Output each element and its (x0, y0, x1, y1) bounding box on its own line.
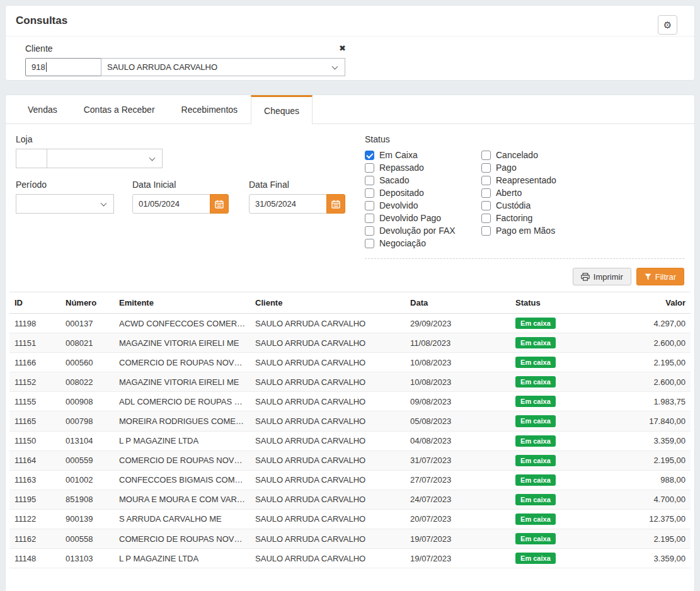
status-badge: Em caixa (515, 494, 556, 505)
table-body: 11198 000137 ACWD CONFECCOES COMER… SAUL… (9, 314, 691, 568)
loja-code-input[interactable] (16, 149, 47, 168)
status-checkbox-label: Em Caixa (379, 150, 418, 160)
data-final-input[interactable]: 31/05/2024 (249, 194, 327, 214)
cell-cliente: SAULO ARRUDA CARVALHO (250, 392, 405, 411)
cell-id: 11166 (9, 353, 60, 372)
column-header-data: Data (405, 292, 510, 314)
filters-left: Loja Período (16, 134, 346, 259)
checkbox-icon[interactable] (481, 176, 491, 185)
checkbox-icon[interactable] (481, 226, 491, 236)
loja-select[interactable] (47, 149, 163, 168)
client-clear-button[interactable]: ✖ (339, 43, 346, 53)
periodo-select[interactable] (16, 194, 114, 214)
table-row[interactable]: 11148 013103 L P MAGAZINE LTDA SAULO ARR… (9, 549, 691, 568)
checkbox-icon[interactable] (365, 239, 374, 248)
table-row[interactable]: 11164 000559 COMERCIO DE ROUPAS NOV… SAU… (9, 450, 691, 470)
checkbox-icon[interactable] (365, 151, 374, 160)
cell-emitente: MAGAZINE VITORIA EIRELI ME (114, 333, 250, 353)
chevron-down-icon (332, 63, 338, 69)
cheques-panel: Loja Período (6, 124, 694, 591)
status-checkbox-item[interactable]: Cancelado (481, 149, 598, 161)
cell-data: 27/07/2023 (405, 470, 510, 490)
status-checkbox-item[interactable]: Em Caixa (365, 149, 481, 161)
status-checkbox-item[interactable]: Devolvido Pago (365, 212, 481, 224)
cell-valor: 2.195,00 (605, 353, 691, 372)
cell-emitente: COMERCIO DE ROUPAS NOV… (114, 353, 250, 372)
checkbox-icon[interactable] (365, 163, 374, 173)
status-badge: Em caixa (515, 318, 556, 329)
print-button[interactable]: Imprimir (573, 268, 631, 285)
table-row[interactable]: 11151 008021 MAGAZINE VITORIA EIRELI ME … (9, 333, 691, 353)
cell-status: Em caixa (510, 372, 605, 392)
cell-emitente: CONFECCOES BIGMAIS COM… (114, 470, 250, 490)
cell-data: 29/09/2023 (405, 314, 510, 333)
cell-valor: 2.600,00 (605, 333, 691, 353)
cell-id: 11122 (9, 509, 60, 529)
filter-button-label: Filtrar (655, 272, 676, 282)
cell-emitente: L P MAGAZINE LTDA (114, 549, 250, 568)
data-final-calendar-button[interactable] (326, 194, 345, 214)
checkbox-icon[interactable] (365, 201, 374, 210)
tab-cheques[interactable]: Cheques (251, 95, 313, 124)
cell-status: Em caixa (510, 314, 605, 333)
table-row[interactable]: 11152 008022 MAGAZINE VITORIA EIRELI ME … (9, 372, 691, 392)
status-checkbox-item[interactable]: Sacado (365, 174, 481, 186)
checkbox-icon[interactable] (365, 176, 374, 185)
status-checkbox-item[interactable]: Devolução por FAX (365, 224, 481, 237)
table-row[interactable]: 11150 013104 L P MAGAZINE LTDA SAULO ARR… (9, 431, 691, 450)
client-code-input[interactable]: 918 (25, 58, 101, 76)
checkbox-icon[interactable] (365, 214, 374, 223)
status-badge: Em caixa (515, 337, 556, 348)
table-row[interactable]: 11162 000558 COMERCIO DE ROUPAS NOV… SAU… (9, 529, 691, 549)
main-card: Vendas Contas a Receber Recebimentos Che… (5, 95, 695, 591)
status-checkbox-item[interactable]: Pago em Mãos (481, 224, 598, 237)
checkbox-icon[interactable] (481, 214, 491, 223)
periodo-label: Período (16, 180, 114, 190)
status-checkbox-item[interactable]: Reapresentado (481, 174, 598, 186)
cell-cliente: SAULO ARRUDA CARVALHO (250, 431, 405, 450)
table-row[interactable]: 11195 851908 MOURA E MOURA E COM VAR… SA… (9, 490, 691, 509)
cell-status: Em caixa (510, 392, 605, 411)
cell-data: 31/07/2023 (405, 450, 510, 470)
table-row[interactable]: 11198 000137 ACWD CONFECCOES COMER… SAUL… (9, 314, 691, 333)
table-row[interactable]: 11165 000798 MOREIRA RODRIGUES COME… SAU… (9, 411, 691, 431)
cell-numero: 013103 (60, 549, 114, 568)
tab-contas-a-receber[interactable]: Contas a Receber (71, 95, 168, 123)
cell-emitente: MOURA E MOURA E COM VAR… (114, 490, 250, 509)
filter-button[interactable]: Filtrar (636, 268, 684, 285)
status-checkbox-item[interactable]: Devolvido (365, 199, 481, 212)
checkbox-icon[interactable] (365, 188, 374, 198)
table-row[interactable]: 11166 000560 COMERCIO DE ROUPAS NOV… SAU… (9, 353, 691, 372)
data-inicial-value: 01/05/2024 (139, 199, 180, 209)
status-checkbox-item[interactable]: Depositado (365, 186, 481, 199)
checkbox-icon[interactable] (481, 201, 491, 210)
client-name-select[interactable]: SAULO ARRUDA CARVALHO (101, 58, 345, 76)
checkbox-icon[interactable] (481, 163, 491, 173)
status-checkbox-item[interactable]: Pago (481, 161, 598, 174)
status-checkbox-item[interactable]: Factoring (481, 212, 598, 224)
status-checkbox-item[interactable]: Aberto (481, 186, 598, 199)
table-row[interactable]: 11122 900139 S ARRUDA CARVALHO ME SAULO … (9, 509, 691, 529)
cell-cliente: SAULO ARRUDA CARVALHO (250, 549, 405, 568)
status-checkbox-item[interactable]: Repassado (365, 161, 481, 174)
table-row[interactable]: 11155 000908 ADL COMERCIO DE ROUPAS … SA… (9, 392, 691, 411)
cell-cliente: SAULO ARRUDA CARVALHO (250, 450, 405, 470)
status-checkbox-item[interactable]: Custódia (481, 199, 598, 212)
data-inicial-calendar-button[interactable] (210, 194, 229, 214)
tab-vendas[interactable]: Vendas (14, 95, 71, 123)
status-badge: Em caixa (515, 396, 556, 407)
table-row[interactable]: 11163 001002 CONFECCOES BIGMAIS COM… SAU… (9, 470, 691, 490)
checkbox-icon[interactable] (481, 188, 491, 198)
consultas-header: Consultas (6, 6, 694, 37)
data-inicial-input[interactable]: 01/05/2024 (132, 194, 210, 214)
tab-recebimentos[interactable]: Recebimentos (168, 95, 251, 123)
checkbox-icon[interactable] (365, 226, 374, 236)
settings-button[interactable]: ⚙ (658, 15, 677, 35)
status-checkbox-label: Devolvido (379, 200, 418, 210)
cell-numero: 851908 (60, 490, 114, 509)
status-checkbox-label: Pago (496, 163, 517, 173)
status-checkbox-item[interactable]: Negociação (365, 237, 481, 250)
cell-cliente: SAULO ARRUDA CARVALHO (250, 372, 405, 392)
checkbox-icon[interactable] (481, 151, 491, 160)
column-header-id: ID (9, 292, 60, 314)
